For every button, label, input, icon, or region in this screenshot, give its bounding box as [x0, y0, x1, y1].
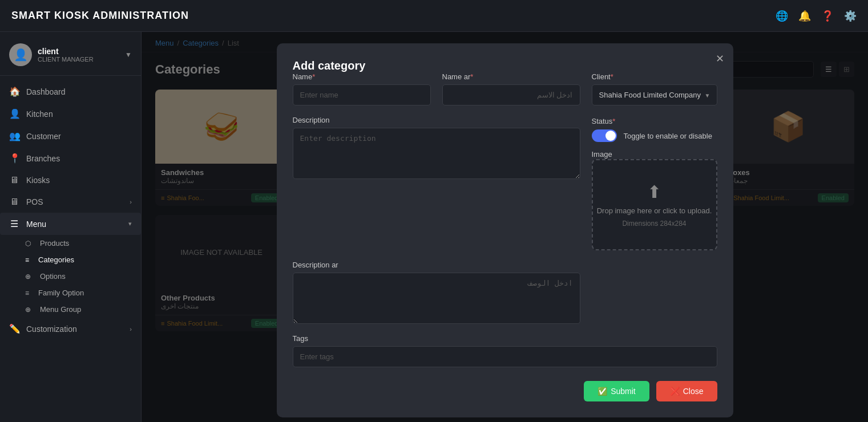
- tags-label: Tags: [293, 334, 717, 343]
- modal-overlay[interactable]: Add category ✕ Name* Name ar*: [142, 32, 868, 422]
- sidebar-sub-label: Products: [40, 239, 69, 247]
- upload-dimensions: Dimensions 284x284: [622, 220, 686, 228]
- main-content: Menu / Categories / List Categories + Ad…: [142, 32, 868, 422]
- status-section: Status* Toggle to enable or disable: [592, 116, 717, 142]
- client-select[interactable]: Shahia Food Limited Company: [592, 84, 717, 105]
- name-label: Name*: [293, 72, 431, 81]
- pos-arrow-icon: ›: [130, 198, 132, 205]
- sidebar-item-customer[interactable]: 👥 Customer: [0, 125, 141, 147]
- client-field-col: Client* Shahia Food Limited Company: [592, 72, 717, 105]
- bell-icon[interactable]: 🔔: [798, 10, 811, 22]
- sidebar-sub-label: Menu Group: [40, 305, 81, 314]
- name-input[interactable]: [293, 84, 431, 105]
- description-ar-label: Description ar: [293, 261, 580, 269]
- status-row: Toggle to enable or disable: [592, 129, 717, 142]
- name-field-col: Name*: [293, 72, 431, 105]
- sidebar-user[interactable]: 👤 client CLIENT MANAGER ▼: [0, 38, 141, 76]
- sidebar-item-label: Customer: [26, 132, 61, 141]
- name-ar-label: Name ar*: [442, 72, 580, 81]
- image-section: Image ⬆ Drop image here or click to uplo…: [592, 149, 717, 250]
- sidebar-item-label: Kitchen: [26, 109, 53, 119]
- sidebar-item-label: Customization: [26, 324, 77, 334]
- categories-sub-icon: ≡: [25, 256, 29, 264]
- client-select-wrap: Shahia Food Limited Company: [592, 84, 717, 105]
- name-ar-input[interactable]: [442, 84, 580, 105]
- pos-icon: 🖥: [9, 197, 19, 207]
- add-category-modal: Add category ✕ Name* Name ar*: [277, 43, 733, 417]
- kiosks-icon: 🖥: [9, 175, 19, 185]
- tags-field-col: Tags: [293, 334, 717, 367]
- sidebar-item-label: Branches: [26, 154, 60, 163]
- modal-row-4: Tags: [293, 334, 717, 367]
- sidebar: 👤 client CLIENT MANAGER ▼ 🏠 Dashboard 👤 …: [0, 32, 142, 422]
- layout: 👤 client CLIENT MANAGER ▼ 🏠 Dashboard 👤 …: [0, 32, 868, 422]
- customization-arrow-icon: ›: [130, 326, 132, 332]
- username: client: [38, 47, 119, 56]
- gear-icon[interactable]: ⚙️: [844, 10, 857, 22]
- user-role: CLIENT MANAGER: [38, 56, 119, 63]
- customization-icon: ✏️: [9, 323, 19, 334]
- home-icon: 🏠: [9, 86, 19, 97]
- sidebar-item-label: Menu: [26, 220, 46, 229]
- kitchen-icon: 👤: [9, 108, 19, 119]
- user-info: client CLIENT MANAGER: [38, 47, 119, 63]
- family-option-sub-icon: ≡: [25, 289, 29, 297]
- sidebar-item-label: Kiosks: [26, 176, 50, 185]
- description-label: Description: [293, 116, 580, 124]
- status-toggle[interactable]: [592, 129, 617, 142]
- submit-label: Submit: [611, 387, 636, 396]
- tags-input[interactable]: [293, 346, 717, 367]
- topbar: SMART KIOSK ADMINISTRATION 🌐 🔔 ❓ ⚙️: [0, 0, 868, 32]
- products-sub-icon: ⬡: [25, 240, 31, 247]
- close-label: Close: [683, 387, 704, 396]
- sidebar-item-products[interactable]: ⬡ Products: [16, 235, 141, 251]
- sidebar-item-menu[interactable]: ☰ Menu ▾: [0, 213, 141, 235]
- sidebar-item-family-option[interactable]: ≡ Family Option: [16, 285, 141, 301]
- description-input[interactable]: [293, 128, 580, 179]
- sidebar-sub-label: Options: [40, 272, 66, 281]
- sidebar-item-branches[interactable]: 📍 Branches: [0, 147, 141, 169]
- app-title: SMART KIOSK ADMINISTRATION: [11, 10, 189, 22]
- menu-arrow-icon: ▾: [128, 220, 132, 228]
- sidebar-item-kiosks[interactable]: 🖥 Kiosks: [0, 169, 141, 191]
- upload-text: Drop image here or click to upload.: [597, 206, 712, 215]
- description-ar-field-col: Description ar: [293, 261, 580, 324]
- empty-col: [592, 261, 717, 324]
- menu-group-sub-icon: ⊕: [25, 306, 31, 314]
- submit-button[interactable]: ✅ Submit: [584, 381, 649, 401]
- sidebar-sub-label: Family Option: [38, 289, 84, 297]
- chevron-down-icon: ▼: [125, 51, 132, 59]
- sidebar-sub-label: Categories: [38, 255, 74, 264]
- sidebar-item-dashboard[interactable]: 🏠 Dashboard: [0, 80, 141, 103]
- close-button[interactable]: ❌ Close: [656, 381, 717, 401]
- sidebar-item-customization[interactable]: ✏️ Customization ›: [0, 318, 141, 340]
- modal-close-button[interactable]: ✕: [716, 52, 724, 65]
- sidebar-item-options[interactable]: ⊕ Options: [16, 268, 141, 285]
- description-ar-input[interactable]: [293, 273, 580, 324]
- image-upload-area[interactable]: ⬆ Drop image here or click to upload. Di…: [592, 159, 717, 250]
- client-label: Client*: [592, 72, 717, 81]
- modal-row-3: Description ar: [293, 261, 717, 324]
- name-ar-field-col: Name ar*: [442, 72, 580, 105]
- sidebar-item-categories[interactable]: ≡ Categories: [16, 251, 141, 268]
- globe-icon[interactable]: 🌐: [776, 10, 788, 22]
- topbar-icons: 🌐 🔔 ❓ ⚙️: [776, 10, 857, 22]
- menu-icon: ☰: [9, 218, 19, 229]
- sidebar-item-menu-group[interactable]: ⊕ Menu Group: [16, 301, 141, 318]
- options-sub-icon: ⊕: [25, 273, 31, 281]
- modal-row-2: Description Status* To: [293, 116, 717, 250]
- sidebar-item-pos[interactable]: 🖥 POS ›: [0, 191, 141, 213]
- status-image-col: Status* Toggle to enable or disable Imag…: [592, 116, 717, 250]
- upload-icon: ⬆: [647, 182, 661, 202]
- avatar: 👤: [9, 43, 32, 66]
- sidebar-item-kitchen[interactable]: 👤 Kitchen: [0, 103, 141, 125]
- toggle-label: Toggle to enable or disable: [624, 132, 712, 140]
- image-label: Image: [592, 150, 612, 159]
- modal-footer: ✅ Submit ❌ Close: [293, 381, 717, 401]
- check-circle-icon: ✅: [597, 387, 607, 396]
- sidebar-item-label: Dashboard: [26, 87, 66, 96]
- toggle-knob: [605, 131, 616, 141]
- x-circle-icon: ❌: [670, 387, 680, 396]
- question-icon[interactable]: ❓: [821, 10, 834, 22]
- branches-icon: 📍: [9, 153, 19, 164]
